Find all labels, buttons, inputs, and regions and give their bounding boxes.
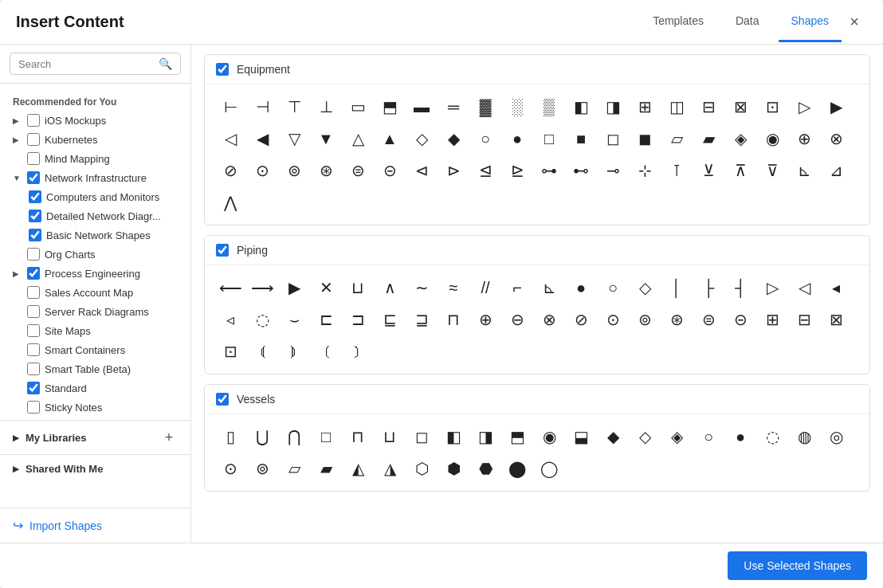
shape[interactable]: ◧ — [439, 422, 468, 451]
shape[interactable]: ⊔ — [343, 273, 372, 302]
shape[interactable]: ⊺ — [662, 156, 691, 185]
shape[interactable]: ▭ — [343, 92, 372, 121]
shape[interactable]: ⟭ — [280, 337, 308, 366]
shape[interactable]: ⊘ — [216, 156, 245, 185]
sidebar-item-smart-containers[interactable]: ▶ Smart Containers — [0, 340, 190, 359]
process-engineering-checkbox[interactable] — [27, 267, 40, 280]
shape[interactable]: // — [471, 273, 500, 302]
shape[interactable]: △ — [343, 124, 372, 153]
piping-checkbox[interactable] — [216, 244, 229, 257]
shape[interactable]: ⊗ — [822, 124, 850, 153]
tab-templates[interactable]: Templates — [640, 2, 716, 42]
smart-containers-checkbox[interactable] — [27, 343, 40, 356]
shape[interactable]: ⟯ — [343, 337, 372, 366]
shape[interactable]: ≈ — [439, 273, 468, 302]
sidebar-item-sticky-notes[interactable]: ▶ Sticky Notes — [0, 398, 190, 417]
shape[interactable]: ⊹ — [630, 156, 659, 185]
shape[interactable]: ● — [503, 124, 532, 153]
shape[interactable]: ◆ — [439, 124, 468, 153]
site-maps-checkbox[interactable] — [27, 324, 40, 337]
sidebar-item-kubernetes[interactable]: ▶ Kubernetes — [0, 130, 190, 149]
shape[interactable]: ┤ — [726, 273, 755, 302]
shape[interactable]: ⊕ — [471, 305, 500, 334]
shape[interactable]: ⊠ — [726, 92, 755, 121]
sidebar-item-org-charts[interactable]: ▶ Org Charts — [0, 245, 190, 264]
shape[interactable]: ⊤ — [280, 92, 308, 121]
sidebar-item-server-rack[interactable]: ▶ Server Rack Diagrams — [0, 302, 190, 321]
shape[interactable]: ⋀ — [216, 188, 245, 217]
shape[interactable]: ⋃ — [248, 422, 277, 451]
shape[interactable]: │ — [662, 273, 691, 302]
sidebar-footer[interactable]: ↪ Import Shapes — [0, 508, 190, 543]
shape[interactable]: ◼ — [630, 124, 659, 153]
sales-account-map-checkbox[interactable] — [27, 286, 40, 299]
shape[interactable]: ⊚ — [630, 305, 659, 334]
shape[interactable]: ◆ — [598, 422, 627, 451]
shape[interactable]: ⊛ — [312, 156, 340, 185]
shape[interactable]: ⊜ — [694, 305, 723, 334]
shape[interactable]: ◁ — [216, 124, 245, 153]
shape[interactable]: ◫ — [662, 92, 691, 121]
shape[interactable]: ⊾ — [535, 273, 563, 302]
shape[interactable]: ⊏ — [312, 305, 340, 334]
shape[interactable]: ● — [726, 422, 755, 451]
shape[interactable]: ▱ — [280, 454, 308, 483]
shape[interactable]: ▷ — [758, 273, 787, 302]
shape[interactable]: ▽ — [280, 124, 308, 153]
shape[interactable]: ▼ — [312, 124, 340, 153]
shape[interactable]: ▬ — [407, 92, 436, 121]
shape[interactable]: ▒ — [535, 92, 563, 121]
shape[interactable]: ⊙ — [248, 156, 277, 185]
shape[interactable]: ⟬ — [248, 337, 277, 366]
shape[interactable]: ◍ — [790, 422, 818, 451]
shape[interactable]: ⊥ — [312, 92, 340, 121]
shape[interactable]: ⬒ — [503, 422, 532, 451]
shape[interactable]: ⬒ — [375, 92, 404, 121]
shape[interactable]: ⊗ — [535, 305, 563, 334]
ios-mockups-checkbox[interactable] — [27, 114, 40, 127]
shape[interactable]: ▓ — [471, 92, 500, 121]
sidebar-item-detailed-network[interactable]: Detailed Network Diagr... — [0, 206, 190, 225]
sticky-notes-checkbox[interactable] — [27, 401, 40, 414]
shape[interactable]: ⊟ — [694, 92, 723, 121]
shape[interactable]: ⊕ — [790, 124, 818, 153]
shape[interactable]: ○ — [471, 124, 500, 153]
shape[interactable]: ◌ — [758, 422, 787, 451]
my-libraries-section[interactable]: ▶ My Libraries + — [0, 424, 190, 451]
shape[interactable]: ⟵ — [216, 273, 245, 302]
shape[interactable]: ═ — [439, 92, 468, 121]
shape[interactable]: ⊳ — [439, 156, 468, 185]
shape[interactable]: ⊲ — [407, 156, 436, 185]
shape[interactable]: ◇ — [630, 422, 659, 451]
shape[interactable]: ◯ — [535, 454, 563, 483]
close-button[interactable]: × — [842, 10, 867, 35]
shape[interactable]: ⟮ — [312, 337, 340, 366]
shape[interactable]: ◎ — [822, 422, 850, 451]
computers-monitors-checkbox[interactable] — [29, 190, 41, 203]
shape[interactable]: ◉ — [535, 422, 563, 451]
smart-table-checkbox[interactable] — [27, 363, 40, 375]
shape[interactable]: ∧ — [375, 273, 404, 302]
shape[interactable]: ■ — [567, 124, 595, 153]
shape[interactable]: ⊟ — [790, 305, 818, 334]
shape[interactable]: ⊞ — [758, 305, 787, 334]
shape[interactable]: ⌣ — [280, 305, 308, 334]
shape[interactable]: ⟶ — [248, 273, 277, 302]
shape[interactable]: □ — [535, 124, 563, 153]
shape[interactable]: ⬤ — [503, 454, 532, 483]
shape[interactable]: ⊝ — [726, 305, 755, 334]
sidebar-item-site-maps[interactable]: ▶ Site Maps — [0, 321, 190, 340]
shape[interactable]: ⊽ — [758, 156, 787, 185]
sidebar-item-smart-table[interactable]: ▶ Smart Table (Beta) — [0, 359, 190, 378]
shape[interactable]: ▲ — [375, 124, 404, 153]
shape[interactable]: ⊑ — [375, 305, 404, 334]
shape[interactable]: ◨ — [598, 92, 627, 121]
sidebar-item-standard[interactable]: ▶ Standard — [0, 378, 190, 398]
shape[interactable]: ● — [567, 273, 595, 302]
shape[interactable]: ░ — [503, 92, 532, 121]
sidebar-item-ios-mockups[interactable]: ▶ iOS Mockups — [0, 111, 190, 130]
tab-shapes[interactable]: Shapes — [779, 2, 842, 42]
shape[interactable]: □ — [312, 422, 340, 451]
mind-mapping-checkbox[interactable] — [27, 152, 40, 165]
shape[interactable]: ⊐ — [343, 305, 372, 334]
